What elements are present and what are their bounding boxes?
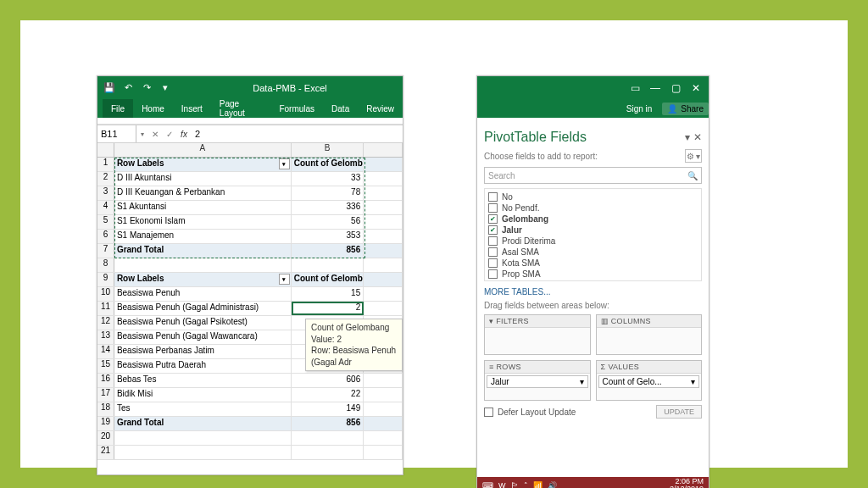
grid-row[interactable]: 21: [97, 446, 403, 460]
tray-clock[interactable]: 2:06 PM 2/12/2019: [670, 478, 704, 488]
cell-a[interactable]: S1 Manajemen: [114, 230, 292, 243]
save-icon[interactable]: 💾: [103, 81, 116, 95]
field-checkbox[interactable]: [488, 269, 498, 279]
cell-a[interactable]: Beasiswa Putra Daerah: [114, 359, 292, 373]
cell-b[interactable]: Count of Gelombang: [292, 273, 364, 286]
field-checkbox[interactable]: [488, 247, 498, 257]
cell-a[interactable]: Beasiswa Penuh (Gagal Wawancara): [114, 330, 292, 344]
grid-row[interactable]: 9Row Labels▾Count of Gelombang: [97, 273, 403, 287]
ribbon-options-icon[interactable]: ▭: [626, 79, 644, 97]
field-checkbox[interactable]: [488, 225, 498, 235]
row-header[interactable]: 21: [97, 446, 114, 459]
row-header[interactable]: 6: [97, 230, 114, 243]
col-hdr-b[interactable]: B: [292, 143, 364, 157]
row-header[interactable]: 14: [97, 345, 114, 358]
gear-icon[interactable]: ⚙ ▾: [685, 149, 702, 163]
tab-review[interactable]: Review: [358, 99, 403, 118]
row-header[interactable]: 11: [97, 302, 114, 315]
row-header[interactable]: 19: [97, 417, 114, 430]
chevron-up-icon[interactable]: ˄: [524, 481, 528, 488]
cell-b[interactable]: 2: [292, 302, 364, 315]
field-list[interactable]: NoNo Pendf.GelombangJalurProdi DiterimaA…: [484, 188, 702, 281]
cell-a[interactable]: D III Akuntansi: [114, 172, 292, 186]
filter-dropdown-icon[interactable]: ▾: [279, 274, 290, 285]
word-icon[interactable]: W: [498, 481, 506, 488]
keyboard-icon[interactable]: ⌨: [482, 481, 493, 488]
rows-area-value[interactable]: Jalur▾: [487, 375, 588, 388]
row-header[interactable]: 10: [97, 287, 114, 301]
values-area-value[interactable]: Count of Gelo...▾: [598, 375, 700, 388]
cell-a[interactable]: Beasiswa Perbanas Jatim: [114, 345, 292, 358]
rows-area[interactable]: ≡ROWS Jalur▾: [484, 360, 591, 401]
row-header[interactable]: 9: [97, 273, 114, 286]
grid-row[interactable]: 10Beasiswa Penuh15: [97, 287, 403, 302]
tab-insert[interactable]: Insert: [173, 99, 211, 118]
field-search-input[interactable]: Search 🔍: [484, 167, 702, 184]
cell-a[interactable]: Row Labels▾: [114, 158, 292, 171]
cell-b[interactable]: 149: [292, 402, 364, 416]
grid-row[interactable]: 6S1 Manajemen353: [97, 230, 403, 244]
pane-menu-icon[interactable]: ▾: [685, 131, 690, 143]
row-header[interactable]: 5: [97, 215, 114, 229]
cell-b[interactable]: 353: [292, 230, 364, 243]
col-hdr-a[interactable]: A: [114, 143, 292, 157]
tray-icons[interactable]: ⌨ W 🏳 ˄ 📶 🔊: [482, 481, 557, 488]
tab-home[interactable]: Home: [133, 99, 173, 118]
cell-b[interactable]: 606: [292, 374, 364, 387]
cell-b[interactable]: [292, 446, 364, 459]
field-checkbox[interactable]: [488, 214, 498, 224]
cell-a[interactable]: Beasiswa Penuh: [114, 287, 292, 301]
field-checkbox[interactable]: [488, 236, 498, 246]
cell-b[interactable]: [292, 431, 364, 445]
cell-b[interactable]: 56: [292, 215, 364, 229]
cell-a[interactable]: Grand Total: [114, 244, 292, 258]
defer-checkbox[interactable]: [484, 408, 493, 417]
field-checkbox[interactable]: [488, 192, 498, 202]
row-header[interactable]: 18: [97, 402, 114, 416]
cell-a[interactable]: Grand Total: [114, 417, 292, 430]
field-item[interactable]: Jalur: [487, 225, 699, 236]
cell-a[interactable]: S1 Ekonomi Islam: [114, 215, 292, 229]
field-checkbox[interactable]: [488, 258, 498, 268]
cell-b[interactable]: [292, 258, 364, 272]
redo-icon[interactable]: ↷: [140, 81, 153, 95]
cell-a[interactable]: D III Keuangan & Perbankan: [114, 186, 292, 200]
sign-in-link[interactable]: Sign in: [621, 104, 658, 114]
cell-a[interactable]: [114, 446, 292, 459]
field-item[interactable]: Gelombang: [487, 214, 699, 225]
grid-row[interactable]: 19Grand Total856: [97, 417, 403, 431]
cell-b[interactable]: 15: [292, 287, 364, 301]
fx-icon[interactable]: fx: [176, 125, 192, 142]
grid-row[interactable]: 11Beasiswa Penuh (Gagal Administrasi)2: [97, 302, 403, 316]
grid-row[interactable]: 16Bebas Tes606: [97, 374, 403, 388]
grid-row[interactable]: 17Bidik Misi22: [97, 388, 403, 402]
row-header[interactable]: 16: [97, 374, 114, 387]
filters-area[interactable]: ▾FILTERS: [484, 314, 591, 355]
cancel-icon[interactable]: ✕: [148, 130, 162, 139]
maximize-icon[interactable]: ▢: [666, 79, 685, 97]
more-tables-link[interactable]: MORE TABLES...: [484, 286, 702, 297]
worksheet-grid[interactable]: A B 1Row Labels▾Count of Gelombang2D III…: [97, 143, 403, 460]
cell-a[interactable]: Bidik Misi: [114, 388, 292, 402]
share-button[interactable]: 👤Share: [662, 103, 709, 115]
grid-row[interactable]: 1Row Labels▾Count of Gelombang: [97, 158, 403, 172]
row-header[interactable]: 3: [97, 186, 114, 200]
enter-icon[interactable]: ✓: [163, 130, 176, 139]
values-area[interactable]: ΣVALUES Count of Gelo...▾: [596, 360, 703, 401]
field-item[interactable]: No: [487, 191, 699, 202]
row-header[interactable]: 7: [97, 244, 114, 258]
field-item[interactable]: Asal SMA: [487, 247, 699, 258]
undo-icon[interactable]: ↶: [121, 81, 135, 95]
flags-icon[interactable]: 🏳: [511, 481, 519, 488]
name-box-dropdown-icon[interactable]: ▾: [136, 130, 148, 138]
cell-b[interactable]: 78: [292, 186, 364, 200]
grid-row[interactable]: 3D III Keuangan & Perbankan78: [97, 186, 403, 201]
close-icon[interactable]: ✕: [687, 79, 705, 97]
cell-b[interactable]: 22: [292, 388, 364, 402]
cell-a[interactable]: [114, 431, 292, 445]
tab-formulas[interactable]: Formulas: [270, 99, 323, 118]
grid-row[interactable]: 20: [97, 431, 403, 446]
cell-a[interactable]: Bebas Tes: [114, 374, 292, 387]
grid-row[interactable]: 18Tes149: [97, 402, 403, 417]
cell-b[interactable]: 336: [292, 201, 364, 214]
